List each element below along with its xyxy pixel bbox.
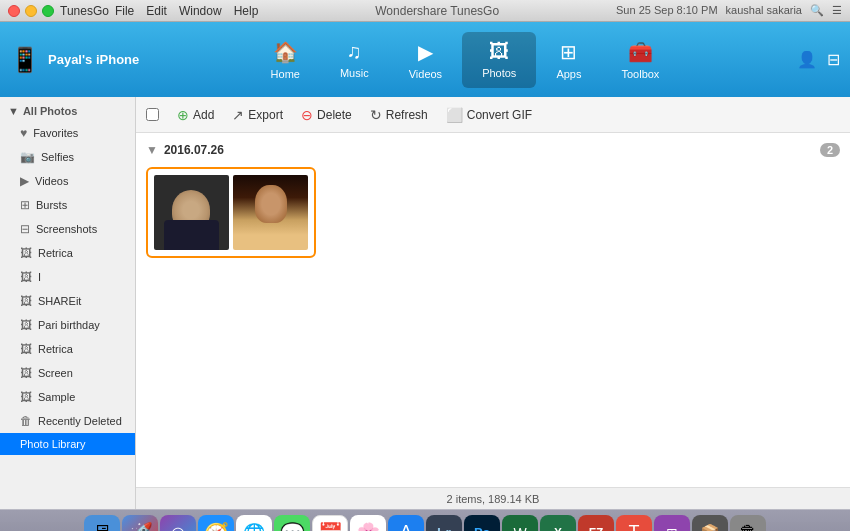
- nav-music[interactable]: ♫ Music: [320, 32, 389, 88]
- sidebar-item-retrica2[interactable]: 🖼 Retrica: [0, 337, 135, 361]
- dock-trash[interactable]: 🗑: [730, 515, 766, 532]
- sidebar-item-sample[interactable]: 🖼 Sample: [0, 385, 135, 409]
- minimize-button[interactable]: [25, 5, 37, 17]
- status-text: 2 items, 189.14 KB: [447, 493, 540, 505]
- titlebar-right: Sun 25 Sep 8:10 PM kaushal sakaria 🔍 ☰: [616, 4, 842, 17]
- trash-dock-icon: 🗑: [739, 522, 757, 531]
- sidebar-item-favorites[interactable]: ♥ Favorites: [0, 121, 135, 145]
- photos2-icon: 🌸: [356, 521, 381, 532]
- sidebar-screen-label: Screen: [38, 367, 73, 379]
- dock-app3[interactable]: 📦: [692, 515, 728, 532]
- photo-count-badge: 2: [820, 143, 840, 157]
- finder-icon: 🖥: [92, 521, 112, 531]
- refresh-button[interactable]: ↻ Refresh: [362, 103, 436, 127]
- sidebar-item-screen[interactable]: 🖼 Screen: [0, 361, 135, 385]
- close-button[interactable]: [8, 5, 20, 17]
- toolbar: ⊕ Add ↗ Export ⊖ Delete ↻ Refresh ⬜ Conv…: [136, 97, 850, 133]
- menu-window[interactable]: Window: [179, 4, 222, 18]
- menu-edit[interactable]: Edit: [146, 4, 167, 18]
- nav-toolbox[interactable]: 🧰 Toolbox: [601, 32, 679, 88]
- dock-launchpad[interactable]: 🚀: [122, 515, 158, 532]
- excelpro-icon: X: [554, 526, 562, 532]
- menu-file[interactable]: File: [115, 4, 134, 18]
- dock-safari[interactable]: 🧭: [198, 515, 234, 532]
- titlebar: TunesGo File Edit Window Help Wondershar…: [0, 0, 850, 22]
- videos-icon: ▶: [418, 40, 433, 64]
- datetime-display: Sun 25 Sep 8:10 PM: [616, 4, 718, 17]
- sidebar-screenshots-label: Screenshots: [36, 223, 97, 235]
- refresh-label: Refresh: [386, 108, 428, 122]
- sidebar-shareit-label: SHAREit: [38, 295, 81, 307]
- sidebar-item-screenshots[interactable]: ⊟ Screenshots: [0, 217, 135, 241]
- convert-gif-button[interactable]: ⬜ Convert GIF: [438, 103, 540, 127]
- add-button[interactable]: ⊕ Add: [169, 103, 222, 127]
- siri-icon: ◎: [171, 523, 185, 531]
- favorites-icon: ♥: [20, 126, 27, 140]
- dock-ps[interactable]: Ps: [464, 515, 500, 532]
- add-icon: ⊕: [177, 107, 189, 123]
- dock-siri[interactable]: ◎: [160, 515, 196, 532]
- bursts-icon: ⊞: [20, 198, 30, 212]
- nav-right-icons: 👤 ⊟: [780, 50, 840, 69]
- sidebar-item-i[interactable]: 🖼 I: [0, 265, 135, 289]
- sidebar-item-retrica1[interactable]: 🖼 Retrica: [0, 241, 135, 265]
- dock-excelpro[interactable]: X: [540, 515, 576, 532]
- sidebar-bursts-label: Bursts: [36, 199, 67, 211]
- dock-fz[interactable]: FZ: [578, 515, 614, 532]
- dock-lr[interactable]: Lr: [426, 515, 462, 532]
- dock-photos[interactable]: 🌸: [350, 515, 386, 532]
- sidebar-item-recently-deleted[interactable]: 🗑 Recently Deleted: [0, 409, 135, 433]
- convert-gif-label: Convert GIF: [467, 108, 532, 122]
- menu-icon[interactable]: ⊟: [827, 50, 840, 69]
- export-button[interactable]: ↗ Export: [224, 103, 291, 127]
- sidebar-item-pari-birthday[interactable]: 🖼 Pari birthday: [0, 313, 135, 337]
- menu-help[interactable]: Help: [234, 4, 259, 18]
- collapse-icon[interactable]: ▼: [8, 105, 19, 117]
- sidebar-item-photo-library[interactable]: Photo Library: [0, 433, 135, 455]
- sidebar-pari-label: Pari birthday: [38, 319, 100, 331]
- date-toggle[interactable]: ▼: [146, 143, 158, 157]
- music-icon: ♫: [347, 40, 362, 63]
- nav-apps-label: Apps: [556, 68, 581, 80]
- dock-app2[interactable]: ⊞: [654, 515, 690, 532]
- toolbox-icon: 🧰: [628, 40, 653, 64]
- export-icon: ↗: [232, 107, 244, 123]
- dock-calendar[interactable]: 📅: [312, 515, 348, 532]
- dock-appstore[interactable]: A: [388, 515, 424, 532]
- search-icon[interactable]: 🔍: [810, 4, 824, 17]
- sidebar: ▼ All Photos ♥ Favorites 📷 Selfies ▶ Vid…: [0, 97, 136, 509]
- sidebar-item-videos[interactable]: ▶ Videos: [0, 169, 135, 193]
- notification-icon[interactable]: ☰: [832, 4, 842, 17]
- photo-item-woman[interactable]: [233, 175, 308, 250]
- retrica2-icon: 🖼: [20, 342, 32, 356]
- dock-tunesgo[interactable]: T: [616, 515, 652, 532]
- messages-icon: 💬: [280, 521, 305, 532]
- nav-photos[interactable]: 🖼 Photos: [462, 32, 536, 88]
- delete-button[interactable]: ⊖ Delete: [293, 103, 360, 127]
- maximize-button[interactable]: [42, 5, 54, 17]
- nav-videos-label: Videos: [409, 68, 442, 80]
- tunesgo-icon: T: [629, 522, 640, 531]
- profile-icon[interactable]: 👤: [797, 50, 817, 69]
- calendar-icon: 📅: [318, 521, 343, 532]
- sidebar-item-shareit[interactable]: 🖼 SHAREit: [0, 289, 135, 313]
- home-icon: 🏠: [273, 40, 298, 64]
- select-all-checkbox[interactable]: [146, 108, 159, 121]
- nav-home[interactable]: 🏠 Home: [251, 32, 320, 88]
- date-header: ▼ 2016.07.26 2: [146, 143, 840, 157]
- sidebar-i-label: I: [38, 271, 41, 283]
- nav-home-label: Home: [271, 68, 300, 80]
- dock-finder[interactable]: 🖥: [84, 515, 120, 532]
- photo-item-man[interactable]: [154, 175, 229, 250]
- nav-apps[interactable]: ⊞ Apps: [536, 32, 601, 88]
- all-photos-label: All Photos: [23, 105, 77, 117]
- dock-app1[interactable]: W: [502, 515, 538, 532]
- sidebar-item-selfies[interactable]: 📷 Selfies: [0, 145, 135, 169]
- sidebar-item-bursts[interactable]: ⊞ Bursts: [0, 193, 135, 217]
- device-name: Payal's iPhone: [48, 52, 139, 67]
- dock-chrome[interactable]: 🌐: [236, 515, 272, 532]
- nav-videos[interactable]: ▶ Videos: [389, 32, 462, 88]
- trash-icon: 🗑: [20, 414, 32, 428]
- dock-messages[interactable]: 💬: [274, 515, 310, 532]
- gif-icon: ⬜: [446, 107, 463, 123]
